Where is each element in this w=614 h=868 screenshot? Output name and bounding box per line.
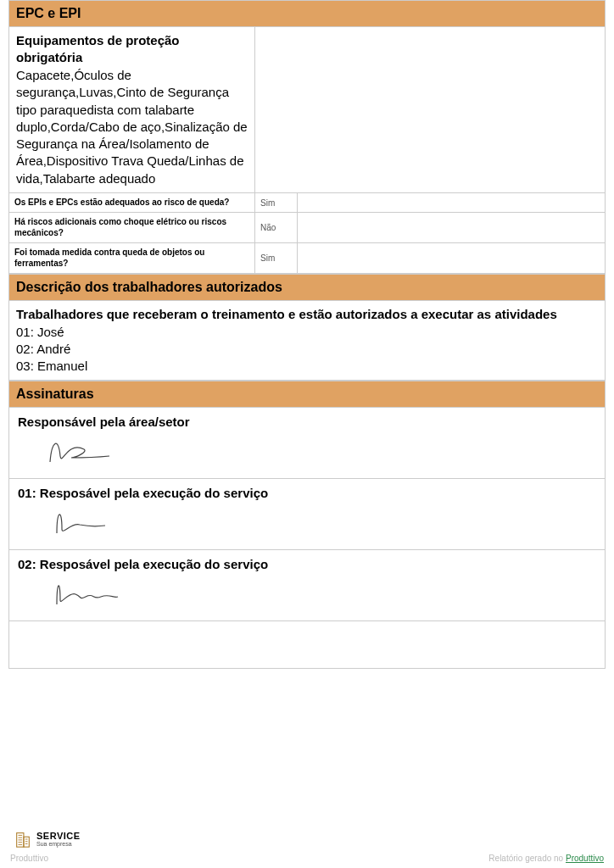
footer-right: Relatório gerado no Produttivo [488,854,604,863]
signature-block: Responsável pela área/setor [8,408,606,479]
signature-scribble [42,432,596,468]
qa-answer: Sim [255,243,298,273]
section-header-epc: EPC e EPI [8,0,606,27]
workers-title: Trabalhadores que receberam o treinament… [16,306,598,323]
epc-equip-title: Equipamentos de proteção obrigatória [16,32,248,65]
qa-row: Foi tomada medida contra queda de objeto… [8,243,606,274]
signature-scribble [42,504,596,539]
qa-answer: Não [255,213,298,242]
qa-row: Há riscos adicionais como choque elétric… [8,213,606,243]
footer: SERVICE Sua empresa Produttivo Relatório… [8,830,606,863]
section-header-signatures: Assinaturas [8,381,606,408]
worker-line: 01: José [16,324,598,341]
signature-scribble [42,575,596,610]
signature-title: 02: Resposável pela execução do serviço [18,557,596,571]
epc-equip-body: Capacete,Óculos de segurança,Luvas,Cinto… [16,67,248,187]
worker-line: 03: Emanuel [16,358,598,375]
qa-answer: Sim [255,193,298,213]
footer-left: Produttivo [10,854,48,863]
footer-logo-big: SERVICE [36,832,81,841]
footer-link[interactable]: Produttivo [566,854,604,863]
signature-title: 01: Resposável pela execução do serviço [18,486,596,500]
qa-question: Há riscos adicionais como choque elétric… [9,213,255,242]
building-icon [14,830,32,849]
footer-right-prefix: Relatório gerado no [488,854,566,863]
footer-logo: SERVICE Sua empresa [14,830,606,849]
epc-block: Equipamentos de proteção obrigatória Cap… [8,27,606,193]
signature-block: 02: Resposável pela execução do serviço [8,550,606,621]
workers-block: Trabalhadores que receberam o treinament… [8,301,606,381]
qa-row: Os EPIs e EPCs estão adequados ao risco … [8,193,606,214]
footer-logo-small: Sua empresa [36,841,81,847]
signature-title: Responsável pela área/setor [18,415,596,429]
empty-block [8,621,606,669]
signature-block: 01: Resposável pela execução do serviço [8,479,606,550]
worker-line: 02: André [16,341,598,358]
svg-rect-1 [24,837,29,847]
qa-question: Foi tomada medida contra queda de objeto… [9,243,255,273]
section-header-workers: Descrição dos trabalhadores autorizados [8,274,606,301]
qa-question: Os EPIs e EPCs estão adequados ao risco … [9,193,255,213]
